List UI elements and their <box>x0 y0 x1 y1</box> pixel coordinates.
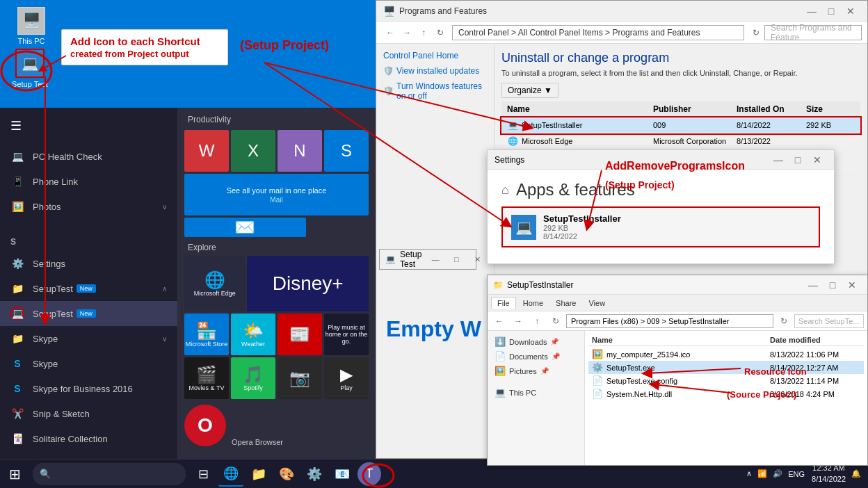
tile-onenote[interactable]: N <box>278 130 322 172</box>
view-updates-label: View installed updates <box>396 66 479 76</box>
tile-skype-tile[interactable]: S <box>324 130 369 172</box>
search-programs[interactable]: Search Programs and Feature <box>764 25 862 40</box>
tile-music[interactable]: Play music at home or on the go. <box>324 314 369 355</box>
exp-addr-refresh[interactable]: ↻ <box>775 313 792 330</box>
tile-news[interactable]: 📰 <box>278 314 322 355</box>
taskbar-explorer[interactable]: 📁 <box>246 462 271 487</box>
start-menu-left: ☰ 💻 PC Health Check 📱 Phone Link 🖼️ Phot… <box>0 108 177 459</box>
settings-minimize[interactable]: — <box>769 152 788 168</box>
file-row[interactable]: 📄 System.Net.Http.dll 3/26/2018 4:24 PM <box>588 387 864 400</box>
sidebar-item-setuptest-folder[interactable]: 📁 SetupTest New ∧ <box>0 276 177 301</box>
exp-maximize[interactable]: □ <box>823 277 842 293</box>
ribbon-home[interactable]: Home <box>517 298 549 309</box>
refresh-addr-btn[interactable]: ↻ <box>748 24 764 41</box>
sidebar-item-settings[interactable]: ⚙️ Settings <box>0 251 177 276</box>
tile-mail-small[interactable]: ✉️ <box>184 218 306 237</box>
setup-project-annotation: (Setup Project) <box>240 38 329 53</box>
taskbar-search[interactable]: 🔍 <box>33 463 186 485</box>
sidebar-item-skype-folder[interactable]: 📁 Skype ∨ <box>0 326 177 351</box>
tile-weather[interactable]: 🌤️ Weather <box>231 314 275 355</box>
tray-up-arrow[interactable]: ∧ <box>746 469 752 478</box>
sidebar-item-pc-health[interactable]: 💻 PC Health Check <box>0 144 177 169</box>
settings-app-icon: 💻 <box>511 215 536 240</box>
tile-excel[interactable]: X <box>231 130 275 172</box>
up-button[interactable]: ↑ <box>415 24 432 41</box>
start-button[interactable]: ⊞ <box>0 459 29 489</box>
back-button[interactable]: ← <box>382 24 399 41</box>
file-row[interactable]: 📄 SetupTest.exe.config 8/13/2022 11:14 P… <box>588 374 864 387</box>
setuptest-app-badge: New <box>77 309 96 318</box>
ribbon-share[interactable]: Share <box>550 298 581 309</box>
sidebar-item-photos[interactable]: 🖼️ Photos ∨ <box>0 194 177 219</box>
ribbon-file[interactable]: File <box>491 297 516 309</box>
sidebar-item-snip[interactable]: ✂️ Snip & Sketch <box>0 401 177 426</box>
settings-maximize[interactable]: □ <box>788 152 807 168</box>
sidebar-item-phone-link[interactable]: 📱 Phone Link <box>0 169 177 194</box>
tile-spotify[interactable]: 🎵 Spotify <box>231 357 275 399</box>
tile-store[interactable]: 🏪 Microsoft Store <box>184 314 229 355</box>
exp-up[interactable]: ↑ <box>529 313 545 330</box>
setup-cls[interactable]: ✕ <box>467 251 487 268</box>
sidebar-item-solitaire[interactable]: 🃏 Solitaire Collection <box>0 426 177 451</box>
settings-app-row[interactable]: 💻 SetupTestInstaller 292 KB 8/14/2022 <box>501 206 820 247</box>
sidebar-item-skype-business[interactable]: S Skype for Business 2016 <box>0 376 177 401</box>
setup-min[interactable]: — <box>426 251 445 268</box>
taskbar-vscode[interactable]: 🎨 <box>274 462 299 487</box>
organize-button[interactable]: Organize ▼ <box>501 83 558 98</box>
hamburger-menu[interactable]: ☰ <box>3 115 29 137</box>
tile-photos-tile[interactable]: 📷 <box>278 357 322 399</box>
close-button[interactable]: ✕ <box>841 3 860 19</box>
tile-edge[interactable]: 🌐 Microsoft Edge <box>184 256 245 311</box>
taskbar-taskview[interactable]: ⊟ <box>191 462 216 487</box>
exp-close[interactable]: ✕ <box>842 277 862 293</box>
exp-refresh[interactable]: ↻ <box>547 313 564 330</box>
col-publisher: Publisher <box>653 104 737 114</box>
tile-movies[interactable]: 🎬 Movies & TV <box>184 357 229 399</box>
exp-search[interactable]: Search SetupTe... <box>794 314 864 328</box>
exp-forward[interactable]: → <box>510 313 527 330</box>
tile-play[interactable]: ▶ Play <box>324 357 369 399</box>
forward-button[interactable]: → <box>399 24 415 41</box>
exp-back[interactable]: ← <box>491 313 508 330</box>
view-updates-link[interactable]: 🛡️ View installed updates <box>383 66 487 76</box>
settings-close[interactable]: ✕ <box>807 152 827 168</box>
taskbar-mail[interactable]: 📧 <box>330 462 355 487</box>
mail-small-icon: ✉️ <box>234 218 255 237</box>
section-s: S <box>0 233 177 251</box>
nav-pictures[interactable]: 🖼️ Pictures 📌 <box>491 364 581 378</box>
address-path[interactable]: Control Panel > All Control Panel Items … <box>452 25 744 40</box>
sidebar-item-skype[interactable]: S Skype <box>0 351 177 376</box>
control-panel-home-link[interactable]: Control Panel Home <box>383 51 487 60</box>
nav-this-pc[interactable]: 💻 This PC <box>491 385 581 400</box>
exp-path[interactable]: Program Files (x86) > 009 > SetupTestIns… <box>566 314 773 328</box>
tile-opera[interactable]: O <box>184 405 226 446</box>
file-row[interactable]: ⚙️ SetupTest.exe 8/14/2022 12:27 AM <box>588 361 864 374</box>
taskbar-teams[interactable]: T <box>357 462 381 486</box>
taskbar-settings-tb[interactable]: ⚙️ <box>302 462 327 487</box>
tile-mail[interactable]: See all your mail in one place Mail <box>184 174 369 215</box>
taskbar-time[interactable]: 12:32 AM 8/14/2022 <box>812 463 846 485</box>
setup-max[interactable]: □ <box>447 251 466 268</box>
minimize-button[interactable]: — <box>802 3 821 19</box>
tile-word[interactable]: W <box>184 130 229 172</box>
this-pc-icon[interactable]: 🖥️ This PC <box>7 7 56 45</box>
windows-features-link[interactable]: 🛡️ Turn Windows features on or off <box>383 81 487 101</box>
setup-test-desktop-icon[interactable]: 💻 Setup Test <box>6 49 54 88</box>
file-row[interactable]: 🖼️ my_computer_25194.ico 8/13/2022 11:06… <box>588 348 864 361</box>
taskbar-edge[interactable]: 🌐 <box>218 462 243 487</box>
notification-bell[interactable]: 🔔 <box>851 469 861 478</box>
ribbon-view[interactable]: View <box>583 298 611 309</box>
table-row[interactable]: 💻 SetupTestInstaller 009 8/14/2022 292 K… <box>501 117 860 133</box>
refresh-button[interactable]: ↻ <box>432 24 449 41</box>
sidebar-item-spotify[interactable]: 🎵 Spotify <box>0 451 177 459</box>
sidebar-item-setuptest-app[interactable]: 💻 SetupTest New <box>0 301 177 326</box>
nav-downloads[interactable]: ⬇️ Downloads 📌 <box>491 334 581 349</box>
exp-minimize[interactable]: — <box>803 277 823 293</box>
tray-wifi: 📶 <box>757 469 767 478</box>
table-row[interactable]: 🌐 Microsoft Edge Microsoft Corporation 8… <box>501 133 860 149</box>
nav-documents[interactable]: 📄 Documents 📌 <box>491 349 581 364</box>
settings-label: Settings <box>33 259 65 269</box>
tile-disney[interactable]: Disney+ <box>247 256 369 311</box>
tray-volume[interactable]: 🔊 <box>773 469 782 478</box>
maximize-button[interactable]: □ <box>821 3 841 19</box>
